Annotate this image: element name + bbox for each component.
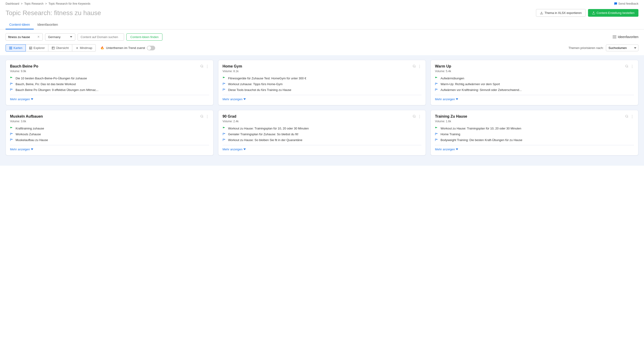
- card-item-3-2: Muskelaufbau zu Hause: [10, 138, 209, 142]
- card-icons-2: ⋮: [625, 64, 634, 69]
- export-xlsx-button[interactable]: Thema in XLSX exportieren: [536, 9, 586, 17]
- search-card-icon-2[interactable]: [625, 64, 628, 69]
- card-header-4: 90 Grad ⋮: [222, 114, 422, 119]
- blue-flag-icon: [222, 138, 226, 142]
- card-item-1-2: Diese Tools brauchst du fürs Training zu…: [222, 88, 422, 92]
- card-divider-0: [10, 95, 209, 95]
- card-item-0-1: Bauch, Beine, Po: Das ist das beste Work…: [10, 82, 209, 86]
- search-input[interactable]: [8, 35, 36, 39]
- card-2: Warm Up ⋮ Volume: 5.4k Aufwärmübungen Wa…: [430, 60, 638, 105]
- mehr-label-2: Mehr anzeigen: [435, 97, 455, 101]
- svg-rect-13: [52, 47, 54, 49]
- card-item-2-2: Aufwärmen vor Krafttraining: Sinnvoll od…: [435, 88, 634, 92]
- svg-rect-9: [30, 47, 32, 49]
- search-card-icon-1[interactable]: [412, 64, 416, 69]
- card-header-3: Muskeln Aufbauen ⋮: [10, 114, 209, 119]
- trend-toggle-switch[interactable]: [147, 46, 155, 50]
- mehr-label-0: Mehr anzeigen: [10, 97, 30, 101]
- card-items-4: Workout zu Hause: Trainingsplan für 10, …: [222, 127, 422, 142]
- card-divider-3: [10, 145, 209, 145]
- card-5: Training Zu Hause ⋮ Volume: 1.6k Workout…: [430, 110, 638, 156]
- search-card-icon-3[interactable]: [200, 115, 204, 119]
- mehr-label-1: Mehr anzeigen: [222, 97, 242, 101]
- svg-line-28: [202, 117, 203, 117]
- search-card-icon-4[interactable]: [412, 115, 416, 119]
- more-card-icon-5[interactable]: ⋮: [630, 114, 634, 119]
- card-item-3-1: Workouts Zuhause: [10, 133, 209, 136]
- more-card-icon-0[interactable]: ⋮: [205, 64, 209, 69]
- blue-flag-icon: [222, 82, 226, 86]
- svg-line-24: [415, 67, 416, 67]
- card-items-5: Workout zu Hause: Trainingsplan für 10, …: [435, 127, 634, 142]
- mehr-anzeigen-2[interactable]: Mehr anzeigen: [435, 97, 634, 101]
- chevron-down-icon-5: [456, 149, 458, 150]
- card-title-2: Warm Up: [435, 64, 451, 68]
- card-4: 90 Grad ⋮ Volume: 2.4k Workout zu Hause:…: [218, 110, 426, 156]
- sort-select[interactable]: Suchvolumen Effizienz Aktualität: [606, 44, 638, 51]
- ideenfavoriten-label: Ideenfavoriten: [618, 35, 638, 39]
- fire-icon: 🔥: [100, 46, 104, 50]
- blue-flag-icon: [222, 88, 226, 91]
- card-divider-5: [435, 145, 634, 145]
- card-icons-0: ⋮: [200, 64, 209, 69]
- content-order-button[interactable]: Content-Erstellung bestellen: [588, 9, 638, 17]
- card-item-text-0-2: Bauch Beine Po Übungen: 9 effektive Übun…: [16, 88, 98, 92]
- mehr-anzeigen-5[interactable]: Mehr anzeigen: [435, 148, 634, 151]
- svg-point-25: [626, 65, 628, 67]
- more-card-icon-4[interactable]: ⋮: [418, 114, 422, 119]
- search-card-icon-0[interactable]: [200, 64, 204, 69]
- breadcrumb-dashboard[interactable]: Dashboard: [6, 2, 19, 5]
- country-value: Germany: [48, 35, 60, 39]
- mehr-label-3: Mehr anzeigen: [10, 148, 30, 151]
- cards-grid: Bauch Beine Po ⋮ Volume: 9.9k Die 10 bes…: [6, 55, 638, 160]
- card-volume-2: Volume: 5.4k: [435, 70, 634, 73]
- blue-flag-icon: [10, 82, 14, 86]
- view-explorer-button[interactable]: Explorer: [26, 44, 48, 51]
- mindmap-icon: [76, 46, 79, 50]
- mehr-anzeigen-1[interactable]: Mehr anzeigen: [222, 97, 422, 101]
- card-volume-5: Volume: 1.6k: [435, 120, 634, 123]
- tab-ideenfavoriten[interactable]: Ideenfavoriten: [34, 20, 62, 29]
- country-select[interactable]: Germany: [45, 33, 75, 41]
- card-header-0: Bauch Beine Po ⋮: [10, 64, 209, 69]
- ideenfavoriten-button[interactable]: Ideenfavoriten: [613, 35, 638, 39]
- mehr-anzeigen-3[interactable]: Mehr anzeigen: [10, 148, 209, 151]
- more-card-icon-2[interactable]: ⋮: [630, 64, 634, 69]
- card-divider-4: [222, 145, 422, 145]
- blue-flag-icon: [435, 133, 439, 136]
- svg-line-32: [628, 117, 628, 117]
- view-mindmap-button[interactable]: Mindmap: [72, 44, 96, 51]
- card-item-text-3-0: Krafttraining zuhause: [16, 127, 44, 130]
- toggle-knob: [147, 46, 151, 50]
- card-title-3: Muskeln Aufbauen: [10, 114, 43, 119]
- chevron-down-icon-4: [244, 149, 246, 150]
- view-karten-button[interactable]: Karten: [6, 44, 26, 51]
- svg-line-30: [415, 117, 416, 117]
- svg-point-27: [200, 115, 202, 117]
- send-feedback-link[interactable]: Send feedback: [614, 2, 638, 5]
- card-header-5: Training Zu Hause ⋮: [435, 114, 634, 119]
- clear-search-icon[interactable]: ×: [38, 35, 40, 39]
- blue-flag-icon: [10, 133, 14, 136]
- sort-label: Themen priorisieren nach:: [568, 46, 604, 50]
- more-card-icon-1[interactable]: ⋮: [418, 64, 422, 69]
- card-item-4-1: Genialer Trainingsplan für Zuhause: So b…: [222, 133, 422, 136]
- svg-line-22: [202, 67, 203, 67]
- find-ideas-button[interactable]: Content-Ideen finden: [126, 33, 162, 41]
- search-card-icon-5[interactable]: [625, 115, 628, 119]
- card-item-1-1: Workout zuhause: Tipps fürs Home-Gym: [222, 82, 422, 86]
- view-ubersicht-button[interactable]: Übersicht: [48, 44, 72, 51]
- svg-point-31: [626, 115, 628, 117]
- breadcrumb-topic-research[interactable]: Topic Research: [24, 2, 44, 5]
- card-0: Bauch Beine Po ⋮ Volume: 9.9k Die 10 bes…: [6, 60, 214, 105]
- domain-input[interactable]: [78, 33, 124, 41]
- card-volume-4: Volume: 2.4k: [222, 120, 422, 123]
- card-items-1: Fitnessgeräte für Zuhause Test: HomeGym …: [222, 77, 422, 92]
- card-title-0: Bauch Beine Po: [10, 64, 38, 68]
- tab-content-ideen[interactable]: Content-Ideen: [6, 20, 34, 29]
- more-card-icon-3[interactable]: ⋮: [205, 114, 209, 119]
- toolbar: × Germany Content-Ideen finden Ideenfavo…: [0, 29, 644, 44]
- mehr-anzeigen-4[interactable]: Mehr anzeigen: [222, 148, 422, 151]
- breadcrumb: Dashboard > Topic Research > Topic Resea…: [6, 2, 90, 5]
- mehr-anzeigen-0[interactable]: Mehr anzeigen: [10, 97, 209, 101]
